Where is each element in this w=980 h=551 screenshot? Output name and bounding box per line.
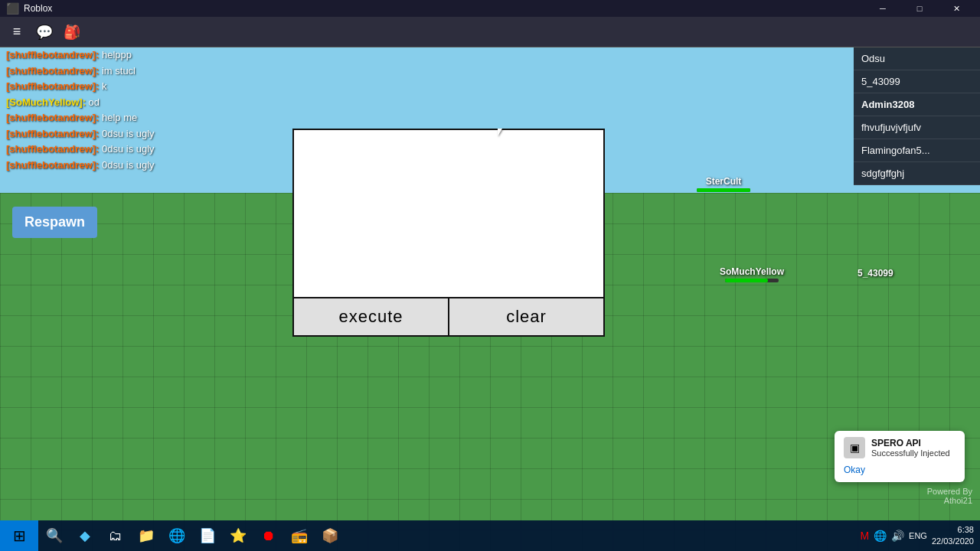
player-list-item[interactable]: Odsu — [854, 47, 980, 70]
chat-message: [shufflebotandrew]: 0dsu is ugly — [6, 158, 251, 173]
chat-message: [shufflebotandrew]: 0dsu is ugly — [6, 142, 251, 157]
minimize-button[interactable]: ─ — [865, 0, 900, 17]
chat-message: [shufflebotandrew]: help me — [6, 110, 251, 126]
chat-message: [shufflebotandrew]: 0dsu is ugly — [6, 126, 251, 142]
spero-title: SPERO API — [871, 438, 950, 448]
taskbar-radio-icon[interactable]: 📻 — [285, 520, 314, 551]
toolbar: ≡ 💬 🎒 — [0, 17, 980, 47]
player-name-stercult: SterCult — [706, 176, 742, 187]
taskbar-malware-icon: M — [860, 530, 869, 542]
taskbar-package-icon[interactable]: 📦 — [315, 520, 345, 551]
taskbar-star-icon[interactable]: ⭐ — [224, 520, 253, 551]
taskbar-time: 6:38 — [932, 524, 974, 536]
spero-message: Successfully Injected — [871, 448, 950, 458]
chat-message: [shufflebotandrew]: k — [6, 79, 251, 94]
player-tag-stercult: SterCult — [697, 176, 750, 194]
chat-message: [SoMuchYellow]: od — [6, 95, 251, 110]
spero-notification: ▣ SPERO API Successfully Injected Okay — [835, 431, 965, 482]
titlebar: ⬛ Roblox ─ □ ✕ — [0, 0, 980, 17]
taskbar-taskview-icon[interactable]: 🗂 — [101, 520, 130, 551]
taskbar-volume-icon[interactable]: 🔊 — [891, 530, 904, 542]
taskbar-record-icon[interactable]: ⏺ — [254, 520, 283, 551]
powered-by-line2: Athoi21 — [927, 496, 972, 505]
chat-message: [shufflebotandrew]: helppp — [6, 47, 251, 63]
player-hp-fill-stercult — [697, 188, 750, 192]
player-list: Odsu5_43099Admin3208fhvufjuvjvfjufvFlami… — [854, 47, 980, 185]
maximize-button[interactable]: □ — [902, 0, 937, 17]
taskbar-clock: 6:38 22/03/2020 — [932, 524, 974, 548]
menu-icon[interactable]: ≡ — [6, 21, 28, 43]
start-button[interactable]: ⊞ — [0, 520, 38, 551]
executor-dialog: execute clear — [292, 129, 605, 337]
player-hp-fill-somuchyellow — [725, 279, 768, 282]
player-tag-somuchyellow: SoMuchYellow — [720, 266, 784, 284]
taskbar-lang: ENG — [909, 531, 927, 540]
execute-button[interactable]: execute — [292, 297, 449, 337]
player-list-item[interactable]: Flamingofan5... — [854, 139, 980, 162]
player-hp-bar-somuchyellow — [725, 279, 779, 282]
taskbar-search-icon[interactable]: 🔍 — [40, 520, 69, 551]
powered-by: Powered By Athoi21 — [927, 487, 972, 505]
taskbar-date: 22/03/2020 — [932, 536, 974, 547]
taskbar-explorer-icon[interactable]: 📁 — [132, 520, 161, 551]
spero-header: ▣ SPERO API Successfully Injected — [844, 437, 956, 458]
clear-button[interactable]: clear — [449, 297, 605, 337]
chat-icon[interactable]: 💬 — [34, 21, 55, 43]
taskbar: ⊞ 🔍 ◆ 🗂 📁 🌐 📄 ⭐ ⏺ 📻 📦 M 🌐 🔊 ENG 6:38 22/… — [0, 520, 980, 551]
player-name-5-43099: 5_43099 — [858, 268, 893, 279]
roblox-logo-icon: ⬛ — [6, 2, 19, 15]
player-list-item[interactable]: fhvufjuvjvfjufv — [854, 116, 980, 139]
chat-panel: [shufflebotandrew]: helppp[shufflebotand… — [6, 47, 251, 173]
backpack-icon[interactable]: 🎒 — [61, 21, 83, 43]
player-tag-5-43099: 5_43099 — [858, 268, 893, 279]
player-list-item[interactable]: 5_43099 — [854, 70, 980, 93]
spero-okay-button[interactable]: Okay — [844, 465, 865, 475]
chat-message: [shufflebotandrew]: im stucl — [6, 64, 251, 79]
taskbar-right: M 🌐 🔊 ENG 6:38 22/03/2020 — [860, 524, 980, 548]
executor-textarea[interactable] — [294, 130, 603, 297]
taskbar-cortana-icon[interactable]: ◆ — [70, 520, 100, 551]
taskbar-chrome-icon[interactable]: 🌐 — [162, 520, 191, 551]
executor-textarea-container — [292, 129, 605, 297]
respawn-button[interactable]: Respawn — [12, 207, 97, 238]
titlebar-controls: ─ □ ✕ — [865, 0, 974, 17]
player-hp-bar-stercult — [697, 188, 750, 192]
titlebar-left: ⬛ Roblox — [6, 2, 52, 15]
taskbar-network-icon[interactable]: 🌐 — [874, 530, 887, 542]
player-name-somuchyellow: SoMuchYellow — [720, 266, 784, 277]
executor-buttons: execute clear — [292, 297, 605, 337]
taskbar-notepad-icon[interactable]: 📄 — [193, 520, 222, 551]
spero-icon: ▣ — [844, 437, 865, 458]
titlebar-title: Roblox — [24, 3, 52, 14]
powered-by-line1: Powered By — [927, 487, 972, 496]
player-list-item[interactable]: Admin3208 — [854, 93, 980, 116]
player-list-item[interactable]: sdgfgffghj — [854, 162, 980, 185]
close-button[interactable]: ✕ — [939, 0, 974, 17]
